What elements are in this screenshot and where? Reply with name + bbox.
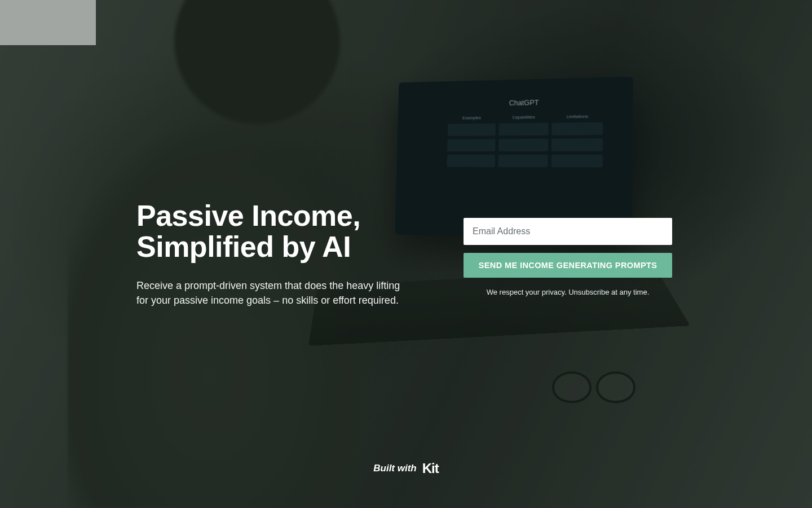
kit-logo-icon: Kit xyxy=(422,461,439,476)
submit-button[interactable]: SEND ME INCOME GENERATING PROMPTS xyxy=(464,253,672,278)
hero-copy: Passive Income, Simplified by AI Receive… xyxy=(136,200,441,307)
headline-line-2: Simplified by AI xyxy=(136,230,351,263)
built-with-kit-badge[interactable]: Built with Kit xyxy=(373,461,438,476)
hero-subhead: Receive a prompt-driven system that does… xyxy=(136,278,401,308)
hero-section: ChatGPT Examples Capabilities Limitation… xyxy=(0,0,812,508)
privacy-text: We respect your privacy. Unsubscribe at … xyxy=(464,288,672,296)
headline-line-1: Passive Income, xyxy=(136,199,360,232)
badge-prefix: Built with xyxy=(373,463,416,474)
signup-form: SEND ME INCOME GENERATING PROMPTS We res… xyxy=(464,218,672,296)
email-field[interactable] xyxy=(464,218,672,245)
hero-content: Passive Income, Simplified by AI Receive… xyxy=(0,200,812,307)
hero-headline: Passive Income, Simplified by AI xyxy=(136,200,441,262)
